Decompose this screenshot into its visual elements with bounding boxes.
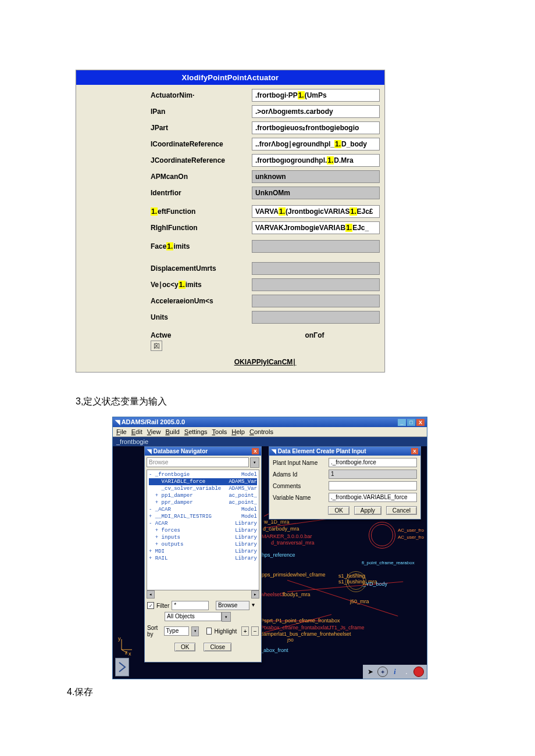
leftfunc-field[interactable]: VARVA1.(JrontbogicVARIAS1.EJc£ xyxy=(252,205,380,218)
tree-item[interactable]: _cv_solver_variableADAMS_Var xyxy=(149,485,257,492)
highlight-label: Highlight xyxy=(214,628,237,635)
apmcanon-label: APMcanOn xyxy=(151,173,252,181)
rightfunc-label: RIghIFunction xyxy=(151,224,252,232)
navigator-ok-button[interactable]: OK xyxy=(174,643,195,651)
minimize-icon[interactable]: _ xyxy=(398,419,406,426)
jcoord-field[interactable]: .frortbogıogroundhpl.1.D.Mra xyxy=(252,154,380,167)
comments-label: Comments xyxy=(273,483,326,489)
dot-icon: . xyxy=(402,667,411,676)
ok-apply-cancel-button[interactable]: OKIAPPIyICanCM∣ xyxy=(151,358,380,366)
displacement-field[interactable] xyxy=(252,262,380,275)
window-buttons: _ □ X xyxy=(398,419,425,426)
tree-item[interactable]: + MDILibrary xyxy=(149,548,257,555)
menu-edit[interactable]: Edit xyxy=(131,428,142,435)
menu-settings[interactable]: Settings xyxy=(184,428,208,435)
cursor-icon[interactable]: ➤ xyxy=(366,667,375,676)
adams-menubar: File Edit View Build Settings Tools Help… xyxy=(113,427,427,437)
tree-item[interactable]: - _frontbogieModel xyxy=(149,471,257,478)
scroll-left-icon[interactable]: ◂ xyxy=(147,590,155,599)
tree-item[interactable]: - ACARLibrary xyxy=(149,520,257,527)
close-icon[interactable]: X xyxy=(416,419,425,426)
database-navigator-panel: ◥ Database Navigator X Browse ▾ - _front… xyxy=(144,446,262,662)
navigator-close-icon[interactable]: X xyxy=(252,448,259,454)
highlight-checkbox[interactable] xyxy=(206,628,212,635)
dialog-title: XIodifyPointPointActuator xyxy=(76,70,384,85)
de-title: ◥ Data Element Create Plant Input X xyxy=(269,447,420,456)
toolbox-button[interactable] xyxy=(115,658,129,676)
displacement-label: DisplacementUmrts xyxy=(151,264,252,273)
help-icon[interactable]: 囟 xyxy=(151,341,162,351)
tree-item[interactable]: + __MDI_RAIL_TESTRIGModel xyxy=(149,513,257,520)
record-icon[interactable] xyxy=(413,667,424,677)
adams-canvas[interactable]: 0 bly_wheelset3_user_Pointactuator w_1D_… xyxy=(113,446,427,679)
filter-input[interactable]: * xyxy=(172,601,209,610)
accel-field[interactable] xyxy=(252,295,380,307)
caption-step4: 4.保存 xyxy=(67,686,535,698)
rightfunc-field[interactable]: VARVAKJrombogieVARIAB1.EJc_ xyxy=(252,221,380,234)
identifier-field[interactable]: UnknOMm xyxy=(252,187,380,199)
expand-icon[interactable]: + xyxy=(241,626,249,636)
jpart-label: JPart xyxy=(151,124,252,132)
ipan-field[interactable]: .>orΛbogıemts.carbody xyxy=(252,105,380,118)
de-close-icon[interactable]: X xyxy=(411,448,418,454)
all-objects-dropdown-icon[interactable]: ▾ xyxy=(222,612,231,622)
icoord-label: ICoordinateReference xyxy=(151,140,252,148)
sort-label: Sort by xyxy=(147,625,162,637)
all-objects-select[interactable]: All Objects xyxy=(165,612,222,621)
info-icon[interactable]: i xyxy=(390,667,400,676)
dialog-body: ActuatorNim· .frortbogi·PP1.(UmPs IPan .… xyxy=(76,85,384,372)
plant-input-name-field[interactable]: ._frontbogie.force xyxy=(329,458,417,467)
de-cancel-button[interactable]: Cancel xyxy=(386,506,417,515)
collapse-icon[interactable]: − xyxy=(251,626,259,636)
filter-checkbox[interactable]: ✓ xyxy=(147,602,154,609)
menu-build[interactable]: Build xyxy=(165,428,179,435)
facelimits-label: Face1.imits xyxy=(151,242,252,250)
menu-file[interactable]: File xyxy=(116,428,127,435)
tree-item[interactable]: + inputsLibrary xyxy=(149,534,257,541)
tree-item[interactable]: VARIABLE_forceADAMS_Var xyxy=(149,478,257,485)
tree-item[interactable]: + forcesLibrary xyxy=(149,527,257,534)
apmcanon-field[interactable]: unknown xyxy=(252,170,380,183)
accel-label: AcceleraeionUm<s xyxy=(151,297,252,305)
navigator-close-button[interactable]: Close xyxy=(204,643,231,651)
adams-title: ◥ ADAMS/Rail 2005.0.0 xyxy=(115,418,185,426)
actuator-name-field[interactable]: .frortbogi·PP1.(UmPs xyxy=(252,89,380,102)
actuator-name-label: ActuatorNim· xyxy=(151,91,252,99)
menu-help[interactable]: Help xyxy=(231,428,245,435)
axis-gizmo-icon: x y z xyxy=(117,637,134,654)
navigator-title: ◥ Database Navigator X xyxy=(145,447,261,456)
icoord-field[interactable]: ..frorΛbog∣egroundhpl_1.D_body xyxy=(252,138,380,151)
velocity-field[interactable] xyxy=(252,278,380,291)
de-apply-button[interactable]: Apply xyxy=(354,506,381,515)
menu-view[interactable]: View xyxy=(147,428,161,435)
comments-field[interactable] xyxy=(329,481,417,490)
target-icon[interactable]: ✦ xyxy=(377,667,388,677)
plant-input-name-label: Plant Input Name xyxy=(273,460,326,466)
variable-name-field[interactable]: ._frontbogie.VARIABLE_force xyxy=(329,493,417,502)
navigator-mode-dropdown-icon[interactable]: ▾ xyxy=(250,457,259,468)
create-plant-input-panel: ◥ Data Element Create Plant Input X Plan… xyxy=(269,446,421,519)
tree-item[interactable]: + pp1_damperac_point_ xyxy=(149,492,257,499)
navigator-mode-field[interactable]: Browse xyxy=(147,457,249,467)
menu-controls[interactable]: Controls xyxy=(249,428,273,435)
filter-browse-dropdown-icon[interactable]: ▾ xyxy=(252,601,259,610)
menu-tools[interactable]: Tools xyxy=(212,428,227,435)
maximize-icon[interactable]: □ xyxy=(407,419,415,426)
navigator-tree[interactable]: - _frontbogieModel VARIABLE_forceADAMS_V… xyxy=(147,470,259,590)
adams-main-window: ◥ ADAMS/Rail 2005.0.0 _ □ X File Edit Vi… xyxy=(112,417,427,679)
tree-item[interactable]: + outputsLibrary xyxy=(149,541,257,548)
scroll-right-icon[interactable]: ▸ xyxy=(251,590,259,599)
sort-select[interactable]: Type xyxy=(164,626,190,636)
tree-item[interactable]: + RAILLibrary xyxy=(149,555,257,562)
tree-item[interactable]: - _ACARModel xyxy=(149,506,257,513)
modify-actuator-dialog: XIodifyPointPointActuator ActuatorNim· .… xyxy=(76,70,385,372)
facelimits-field[interactable] xyxy=(252,240,380,253)
tree-item[interactable]: + ppr_damperac_point_ xyxy=(149,499,257,506)
filter-browse-button[interactable]: Browse xyxy=(216,601,249,610)
adams-id-label: Adams Id xyxy=(273,471,326,478)
adams-id-field[interactable]: 1 xyxy=(329,470,417,479)
de-ok-button[interactable]: OK xyxy=(328,506,349,515)
units-field[interactable] xyxy=(252,311,380,324)
sort-dropdown-icon[interactable]: ▾ xyxy=(191,626,199,636)
jpart-field[interactable]: .frortbogieuos₂frontbogiebogio xyxy=(252,121,380,134)
